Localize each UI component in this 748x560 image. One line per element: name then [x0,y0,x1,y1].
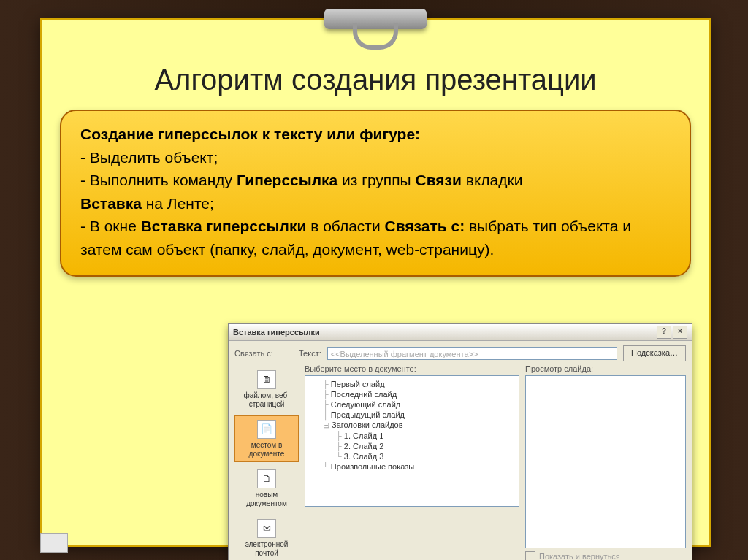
tree-node[interactable]: ├ Первый слайд [310,379,514,389]
show-return-label: Показать и вернуться [539,552,620,560]
tree-node-expandable[interactable]: ⊟ Заголовки слайдов [310,420,514,431]
help-button[interactable]: ? [657,326,671,339]
sidebar-item-label: файлом, веб-страницей [237,391,297,408]
sidebar-item-label: электронной почтой [237,540,297,557]
sidebar-item-email[interactable]: ✉ электронной почтой [234,515,299,560]
dialog-title: Вставка гиперссылки [233,324,320,340]
new-doc-icon: 🗋 [257,469,276,488]
instruction-heading: Создание гиперссылок к тексту или фигуре… [80,126,420,142]
dialog-titlebar[interactable]: Вставка гиперссылки ? × [229,324,692,341]
show-return-row: Показать и вернуться [525,548,686,560]
instruction-line-4: - В окне Вставка гиперссылки в области С… [80,215,671,261]
text-label: Текст: [299,349,321,358]
sidebar-item-label: местом в документе [237,441,297,458]
tree-node[interactable]: ├ 2. Слайд 2 [310,441,514,451]
sidebar-item-file-web[interactable]: 🗎 файлом, веб-страницей [234,366,299,413]
text-input[interactable]: <<Выделенный фрагмент документа>> [327,347,617,360]
tree-node[interactable]: ├ Следующий слайд [310,399,514,410]
sidebar-item-new-doc[interactable]: 🗋 новым документом [234,465,299,512]
binder-clip [324,9,427,53]
page-corner-tab [40,533,68,553]
email-icon: ✉ [257,519,276,538]
document-place-icon: 📄 [257,420,276,439]
sidebar-item-place-in-doc[interactable]: 📄 местом в документе [234,415,299,462]
instruction-line-3: Вставка на Ленте; [80,192,671,215]
instruction-line-1: - Выделить объект; [80,146,671,169]
slide-preview [525,375,686,548]
link-type-sidebar: 🗎 файлом, веб-страницей 📄 местом в докум… [234,364,299,560]
hint-button[interactable]: Подсказка… [623,345,686,361]
close-button[interactable]: × [673,326,687,339]
preview-label: Просмотр слайда: [525,364,686,373]
insert-hyperlink-dialog: Вставка гиперссылки ? × Связать с: Текст… [228,323,692,560]
tree-node[interactable]: └ 3. Слайд 3 [310,451,514,461]
tree-label: Выберите место в документе: [305,364,519,373]
tree-node[interactable]: ├ 1. Слайд 1 [310,431,514,441]
tree-node[interactable]: └ Произвольные показы [310,461,514,472]
sticky-note-slide: Алгоритм создания презентации Создание г… [40,18,711,547]
tree-node[interactable]: ├ Последний слайд [310,389,514,399]
link-with-label: Связать с: [234,349,293,358]
show-return-checkbox[interactable] [525,551,535,560]
file-icon: 🗎 [257,370,276,389]
slide-title: Алгоритм создания презентации [42,64,709,96]
document-tree[interactable]: ├ Первый слайд ├ Последний слайд ├ Следу… [305,375,519,507]
sidebar-item-label: новым документом [237,491,297,507]
instruction-line-2: - Выполнить команду Гиперссылка из групп… [80,169,671,192]
instruction-box: Создание гиперссылок к тексту или фигуре… [60,110,691,277]
tree-node[interactable]: ├ Предыдущий слайд [310,410,514,420]
